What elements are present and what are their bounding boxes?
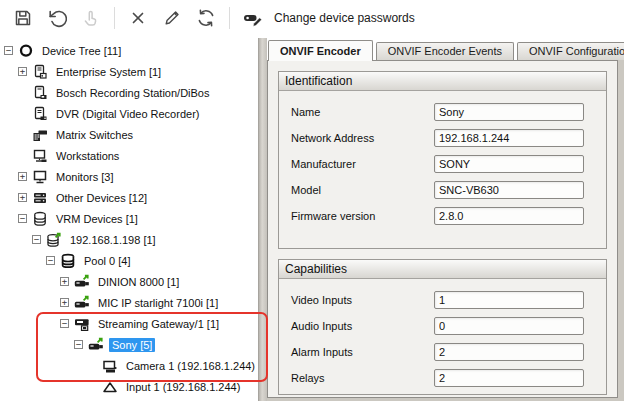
tree-item-label: Matrix Switches	[53, 128, 136, 142]
vrm-database-online-icon	[46, 232, 64, 248]
network-address-input[interactable]	[434, 129, 584, 147]
audio-inputs-row: Audio Inputs	[279, 313, 606, 339]
save-button[interactable]	[10, 5, 36, 31]
expander-minus-icon[interactable]: −	[60, 319, 69, 328]
refresh-icon	[196, 8, 216, 28]
encoder-camera-online-icon	[88, 337, 106, 353]
tree-item-vrm-devices-1[interactable]: −VRM Devices [1]	[0, 208, 258, 229]
camera-channel-icon	[102, 358, 120, 374]
tree-item-label: MIC IP starlight 7100i [1]	[95, 296, 221, 310]
tree-item-192-168-1-198-1[interactable]: −192.168.1.198 [1]	[0, 229, 258, 250]
name-input[interactable]	[434, 103, 584, 121]
tree-item-dvr-digital-video-recorder[interactable]: DVR (Digital Video Recorder)	[0, 103, 258, 124]
tree-item-camera-1-192-168-1-244[interactable]: Camera 1 (192.168.1.244)	[0, 355, 258, 376]
tree-item-label: Streaming Gateway/1 [1]	[95, 317, 222, 331]
encoder-camera-online-icon	[74, 295, 92, 311]
tab-onvif-configuration[interactable]: ONVIF Configuration	[517, 42, 624, 60]
tree-item-label: Bosch Recording Station/DiBos	[53, 86, 212, 100]
audio-inputs-input[interactable]	[434, 317, 584, 335]
network-address-row: Network Address	[279, 125, 606, 151]
toolbar-separator	[114, 7, 115, 29]
expander-slot: −	[32, 235, 46, 244]
tree-item-label: Sony [5]	[109, 338, 155, 352]
expander-plus-icon[interactable]: +	[60, 298, 69, 307]
tree-item-label: Other Devices [12]	[53, 191, 150, 205]
toolbar: Change device passwords	[0, 0, 624, 36]
tree-item-label: VRM Devices [1]	[53, 212, 141, 226]
vrm-database-icon	[32, 211, 50, 227]
capabilities-fields: Video InputsAudio InputsAlarm InputsRela…	[279, 279, 606, 391]
change-passwords-button[interactable]	[240, 5, 266, 31]
tree-item-label: DVR (Digital Video Recorder)	[53, 107, 202, 121]
recording-station-icon	[32, 85, 50, 101]
device-tree-icon	[18, 43, 36, 59]
tree-item-enterprise-system-1[interactable]: +Enterprise System [1]	[0, 61, 258, 82]
expander-slot: −	[4, 46, 18, 55]
tree-item-device-tree-11[interactable]: −Device Tree [11]	[0, 40, 258, 61]
expander-plus-icon[interactable]: +	[18, 67, 27, 76]
tree-item-pool-0-4[interactable]: −Pool 0 [4]	[0, 250, 258, 271]
tree-item-label: Camera 1 (192.168.1.244)	[123, 359, 258, 373]
expander-slot: −	[74, 340, 88, 349]
tab-onvif-encoder-events[interactable]: ONVIF Encoder Events	[376, 42, 514, 60]
video-inputs-label: Video Inputs	[291, 294, 434, 306]
streaming-gateway-icon	[74, 316, 92, 332]
tree-item-monitors-3[interactable]: +Monitors [3]	[0, 166, 258, 187]
tree-item-sony-5[interactable]: −Sony [5]	[0, 334, 258, 355]
relays-row: Relays	[279, 365, 606, 391]
tree-item-mic-ip-starlight-7100i-1[interactable]: +MIC IP starlight 7100i [1]	[0, 292, 258, 313]
onvif-encoder-tab-page: Identification NameNetwork AddressManufa…	[267, 60, 618, 398]
model-input[interactable]	[434, 181, 584, 199]
toolbar-separator	[229, 7, 230, 29]
expander-slot: −	[60, 319, 74, 328]
alarm-input-icon	[102, 379, 120, 395]
expander-plus-icon[interactable]: +	[18, 193, 27, 202]
workstation-icon	[32, 148, 50, 164]
splitter-handle[interactable]	[258, 38, 267, 401]
edit-button[interactable]	[159, 5, 185, 31]
relays-input[interactable]	[434, 369, 584, 387]
alarm-inputs-row: Alarm Inputs	[279, 339, 606, 365]
tree-item-dinion-8000-1[interactable]: +DINION 8000 [1]	[0, 271, 258, 292]
tree-item-streaming-gateway-1-1[interactable]: −Streaming Gateway/1 [1]	[0, 313, 258, 334]
expander-slot: +	[60, 298, 74, 307]
manufacturer-input[interactable]	[434, 155, 584, 173]
model-row: Model	[279, 177, 606, 203]
tab-page-background: Identification NameNetwork AddressManufa…	[267, 60, 624, 401]
expander-minus-icon[interactable]: −	[46, 256, 55, 265]
expander-slot: +	[18, 172, 32, 181]
expander-plus-icon[interactable]: +	[60, 277, 69, 286]
tree-item-other-devices-12[interactable]: +Other Devices [12]	[0, 187, 258, 208]
tree-item-input-1-192-168-1-244[interactable]: Input 1 (192.168.1.244)	[0, 376, 258, 397]
touch-icon	[81, 8, 101, 28]
tree-item-matrix-switches[interactable]: Matrix Switches	[0, 124, 258, 145]
firmware-version-input[interactable]	[434, 207, 584, 225]
monitor-icon	[32, 169, 50, 185]
pool-database-icon	[60, 253, 78, 269]
identification-header: Identification	[279, 72, 606, 91]
expander-minus-icon[interactable]: −	[4, 46, 13, 55]
toolbar-buttons	[0, 5, 270, 31]
expander-minus-icon[interactable]: −	[74, 340, 83, 349]
video-inputs-input[interactable]	[434, 291, 584, 309]
undo-button[interactable]	[44, 5, 70, 31]
model-label: Model	[291, 184, 434, 196]
tree-item-bosch-recording-station-dibos[interactable]: Bosch Recording Station/DiBos	[0, 82, 258, 103]
tree-item-label: Device Tree [11]	[39, 44, 124, 58]
encoder-camera-online-icon	[74, 274, 92, 290]
tree-item-label: Monitors [3]	[53, 170, 116, 184]
matrix-switch-icon	[32, 127, 50, 143]
expander-slot: +	[18, 67, 32, 76]
tree-item-label: Input 1 (192.168.1.244)	[123, 380, 243, 394]
refresh-button[interactable]	[193, 5, 219, 31]
expander-minus-icon[interactable]: −	[18, 214, 27, 223]
tab-onvif-encoder[interactable]: ONVIF Encoder	[268, 40, 373, 61]
alarm-inputs-input[interactable]	[434, 343, 584, 361]
tree-item-workstations[interactable]: Workstations	[0, 145, 258, 166]
edit-icon	[162, 8, 182, 28]
delete-button[interactable]	[125, 5, 151, 31]
expander-plus-icon[interactable]: +	[18, 172, 27, 181]
configuration-manager-window: Change device passwords −Device Tree [11…	[0, 0, 624, 401]
name-row: Name	[279, 99, 606, 125]
expander-minus-icon[interactable]: −	[32, 235, 41, 244]
